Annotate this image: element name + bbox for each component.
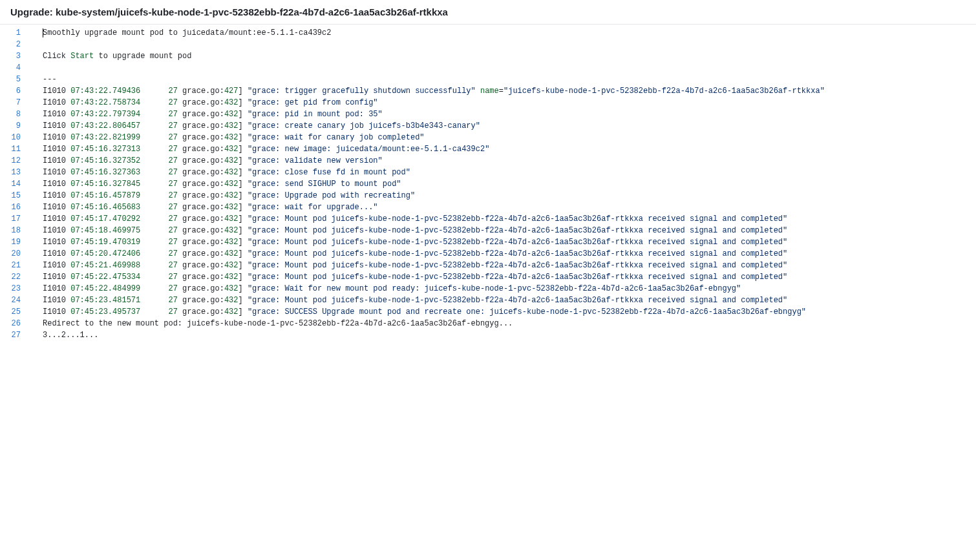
log-token: I1010 bbox=[43, 98, 70, 107]
line-number: 16 bbox=[0, 202, 30, 213]
log-token: 432 bbox=[224, 156, 239, 165]
log-token: 432 bbox=[224, 296, 239, 305]
log-token: grace.go: bbox=[178, 307, 224, 316]
log-token: ] bbox=[239, 133, 248, 142]
log-token: 07:45:19.470319 bbox=[70, 238, 140, 247]
log-token: ] bbox=[239, 180, 248, 189]
log-token: I1010 bbox=[43, 273, 70, 282]
log-line: I1010 07:43:22.806457 27 grace.go:432] "… bbox=[43, 120, 976, 132]
log-token: 27 bbox=[168, 261, 177, 270]
log-token: "grace: Mount pod juicefs-kube-node-1-pv… bbox=[248, 273, 787, 282]
log-token: ] bbox=[239, 261, 248, 270]
log-line: I1010 07:45:19.470319 27 grace.go:432] "… bbox=[43, 236, 976, 248]
log-token: 432 bbox=[224, 273, 239, 282]
log-token: ] bbox=[239, 168, 248, 177]
log-token bbox=[140, 156, 168, 165]
log-token: I1010 bbox=[43, 191, 70, 200]
page-title: Upgrade: kube-system/juicefs-kube-node-1… bbox=[0, 0, 976, 25]
log-editor[interactable]: 1234567891011121314151617181920212223242… bbox=[0, 25, 976, 344]
log-line: Redirect to the new mount pod: juicefs-k… bbox=[43, 318, 976, 329]
log-token bbox=[140, 273, 168, 282]
log-token: Smoothly upgrade mount pod to juicedata/… bbox=[43, 28, 331, 37]
log-token: 432 bbox=[224, 249, 239, 258]
log-token: grace.go: bbox=[178, 284, 224, 293]
log-line: I1010 07:45:16.457879 27 grace.go:432] "… bbox=[43, 190, 976, 202]
log-token: Click bbox=[43, 52, 70, 61]
log-token: 432 bbox=[224, 261, 239, 270]
log-token: 07:45:23.481571 bbox=[70, 296, 140, 305]
line-number: 21 bbox=[0, 260, 30, 271]
log-token bbox=[476, 87, 480, 96]
log-token: 27 bbox=[168, 168, 177, 177]
log-token: ] bbox=[239, 191, 248, 200]
log-line: I1010 07:45:16.465683 27 grace.go:432] "… bbox=[43, 202, 976, 213]
log-token: ] bbox=[239, 98, 248, 107]
log-token: Start bbox=[70, 52, 94, 61]
log-token: grace.go: bbox=[178, 214, 224, 223]
log-token: I1010 bbox=[43, 133, 70, 142]
log-token: "grace: Mount pod juicefs-kube-node-1-pv… bbox=[248, 261, 787, 270]
log-token: 27 bbox=[168, 273, 177, 282]
line-number: 11 bbox=[0, 143, 30, 155]
log-line: I1010 07:45:22.484999 27 grace.go:432] "… bbox=[43, 283, 976, 295]
log-token: 432 bbox=[224, 238, 239, 247]
log-token: = bbox=[499, 87, 504, 96]
log-token: Redirect to the new mount pod: juicefs-k… bbox=[43, 319, 513, 328]
log-token: 27 bbox=[168, 156, 177, 165]
log-line: I1010 07:45:16.327352 27 grace.go:432] "… bbox=[43, 155, 976, 167]
log-token: "grace: pid in mount pod: 35" bbox=[248, 110, 383, 119]
line-number: 18 bbox=[0, 225, 30, 236]
log-token: ] bbox=[239, 226, 248, 235]
line-number: 8 bbox=[0, 109, 30, 120]
log-line bbox=[43, 39, 976, 50]
log-token: "grace: close fuse fd in mount pod" bbox=[248, 168, 410, 177]
log-token: 27 bbox=[168, 203, 177, 212]
log-line: I1010 07:45:18.469975 27 grace.go:432] "… bbox=[43, 225, 976, 236]
log-token: grace.go: bbox=[178, 273, 224, 282]
log-token: I1010 bbox=[43, 284, 70, 293]
line-number: 7 bbox=[0, 97, 30, 109]
log-token bbox=[140, 87, 168, 96]
log-token: ] bbox=[239, 121, 248, 130]
log-token: to upgrade mount pod bbox=[94, 52, 191, 61]
log-token: 432 bbox=[224, 203, 239, 212]
log-line: Smoothly upgrade mount pod to juicedata/… bbox=[43, 27, 976, 39]
line-number: 9 bbox=[0, 120, 30, 132]
log-token: I1010 bbox=[43, 121, 70, 130]
log-token: 27 bbox=[168, 191, 177, 200]
log-token: grace.go: bbox=[178, 261, 224, 270]
log-token: I1010 bbox=[43, 261, 70, 270]
line-number: 1 bbox=[0, 27, 30, 39]
log-token: grace.go: bbox=[178, 249, 224, 258]
log-token: ] bbox=[239, 249, 248, 258]
log-token: 432 bbox=[224, 145, 239, 154]
log-token bbox=[140, 203, 168, 212]
log-token: 27 bbox=[168, 110, 177, 119]
log-token: "grace: Mount pod juicefs-kube-node-1-pv… bbox=[248, 296, 787, 305]
line-number: 6 bbox=[0, 85, 30, 97]
log-token: I1010 bbox=[43, 238, 70, 247]
log-token: 432 bbox=[224, 284, 239, 293]
log-token: grace.go: bbox=[178, 121, 224, 130]
log-token: 07:45:23.495737 bbox=[70, 307, 140, 316]
log-token: ] bbox=[239, 87, 248, 96]
log-token bbox=[140, 284, 168, 293]
log-lines: Smoothly upgrade mount pod to juicedata/… bbox=[30, 25, 976, 344]
log-token: --- bbox=[43, 75, 57, 84]
log-token bbox=[140, 168, 168, 177]
log-token: I1010 bbox=[43, 168, 70, 177]
line-number: 26 bbox=[0, 318, 30, 329]
log-token: 432 bbox=[224, 214, 239, 223]
log-token bbox=[140, 110, 168, 119]
log-token: name bbox=[480, 87, 499, 96]
log-token: "grace: Mount pod juicefs-kube-node-1-pv… bbox=[248, 214, 787, 223]
log-line: Click Start to upgrade mount pod bbox=[43, 50, 976, 62]
log-token: grace.go: bbox=[178, 296, 224, 305]
log-token: 27 bbox=[168, 133, 177, 142]
log-line: I1010 07:43:22.758734 27 grace.go:432] "… bbox=[43, 97, 976, 109]
log-token bbox=[140, 180, 168, 189]
line-number: 23 bbox=[0, 283, 30, 295]
log-token: "grace: SUCCESS Upgrade mount pod and re… bbox=[248, 307, 806, 316]
log-token: grace.go: bbox=[178, 191, 224, 200]
line-number: 25 bbox=[0, 306, 30, 318]
